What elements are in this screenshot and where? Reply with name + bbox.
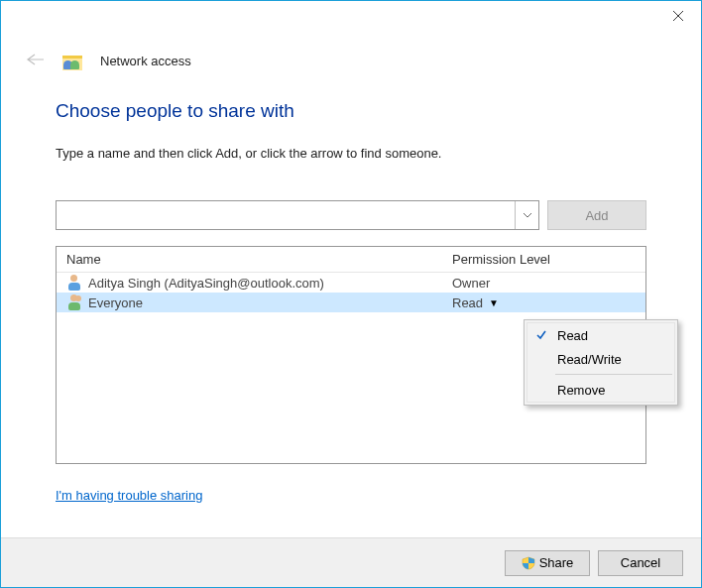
menu-separator — [555, 374, 672, 375]
close-icon — [672, 10, 684, 22]
footer-button-bar: Share Cancel — [1, 537, 701, 587]
row-permission-value: Read — [452, 295, 483, 310]
header-row: Network access — [1, 31, 701, 70]
menu-item-read-write[interactable]: Read/Write — [527, 347, 674, 371]
add-button: Add — [547, 200, 646, 230]
group-icon — [66, 294, 82, 310]
menu-item-label: Remove — [557, 383, 605, 398]
caret-down-icon: ▼ — [489, 297, 499, 308]
share-button[interactable]: Share — [505, 550, 590, 576]
column-header-name[interactable]: Name — [66, 252, 452, 267]
row-name: Aditya Singh (AdityaSingh@outlook.com) — [88, 276, 452, 291]
checkmark-icon — [533, 327, 549, 343]
menu-item-label: Read — [557, 328, 588, 343]
name-entry-row: Add — [56, 200, 646, 230]
grid-row[interactable]: Everyone Read ▼ — [57, 293, 645, 312]
menu-item-remove[interactable]: Remove — [527, 378, 674, 402]
title-bar — [1, 1, 701, 31]
header-title: Network access — [100, 54, 191, 68]
name-input[interactable] — [57, 201, 515, 229]
user-icon — [66, 275, 82, 291]
shield-icon — [522, 556, 535, 570]
checkmark-placeholder — [533, 351, 549, 367]
menu-item-label: Read/Write — [557, 352, 622, 367]
name-combobox[interactable] — [56, 200, 539, 230]
grid-header: Name Permission Level — [57, 247, 645, 273]
row-name: Everyone — [88, 295, 452, 310]
back-arrow-icon — [25, 53, 45, 69]
grid-row[interactable]: Aditya Singh (AdityaSingh@outlook.com) O… — [57, 273, 645, 293]
instruction-text: Type a name and then click Add, or click… — [56, 146, 646, 161]
chevron-down-icon[interactable] — [515, 201, 538, 229]
row-permission: Owner — [452, 276, 636, 291]
trouble-link-row: I'm having trouble sharing — [56, 488, 646, 503]
column-header-permission[interactable]: Permission Level — [452, 252, 636, 267]
row-permission-dropdown[interactable]: Read ▼ — [452, 295, 636, 310]
cancel-button-label: Cancel — [621, 555, 660, 570]
permission-context-menu: Read Read/Write Remove — [524, 319, 678, 406]
network-access-icon — [62, 51, 82, 70]
share-button-label: Share — [539, 555, 574, 570]
page-heading: Choose people to share with — [56, 100, 646, 122]
content-area: Choose people to share with Type a name … — [1, 70, 701, 503]
close-button[interactable] — [655, 1, 701, 31]
trouble-sharing-link[interactable]: I'm having trouble sharing — [56, 488, 202, 503]
menu-item-read[interactable]: Read — [527, 323, 674, 347]
checkmark-placeholder — [533, 382, 549, 398]
cancel-button[interactable]: Cancel — [598, 550, 683, 576]
